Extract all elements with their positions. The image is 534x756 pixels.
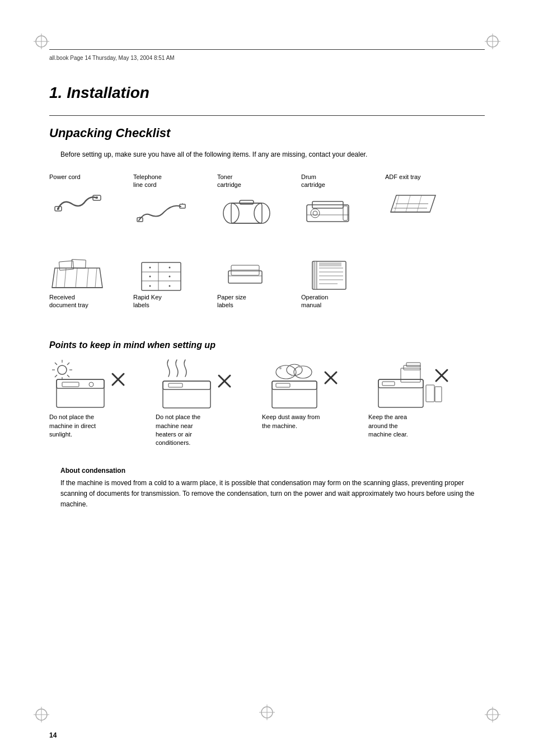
item-label-rapid-key-labels: Rapid Keylabels	[133, 293, 162, 309]
svg-point-43	[149, 275, 151, 277]
item-label-power-cord: Power cord	[49, 173, 81, 181]
item-label-adf-exit-tray: ADF exit tray	[385, 173, 421, 181]
svg-rect-37	[142, 262, 181, 290]
item-image-power-cord	[49, 184, 105, 220]
about-condensation-section: About condensation If the machine is mov…	[49, 467, 485, 510]
point-label-keep-area-clear: Keep the areaaround themachine clear.	[368, 413, 408, 439]
point-label-no-sunlight: Do not place themachine in directsunligh…	[49, 413, 96, 439]
svg-rect-74	[163, 381, 210, 408]
svg-point-86	[299, 365, 301, 368]
svg-point-62	[89, 382, 93, 387]
svg-point-82	[276, 365, 296, 379]
svg-rect-52	[314, 261, 317, 289]
point-image-no-sunlight	[49, 359, 139, 410]
section-rule	[49, 115, 485, 116]
svg-point-41	[149, 266, 151, 268]
svg-point-42	[169, 266, 171, 268]
point-no-dust: Keep dust away fromthe machine.	[262, 359, 363, 448]
corner-mark-bl	[34, 707, 49, 722]
svg-rect-49	[231, 265, 259, 275]
item-image-telephone-line-cord	[133, 192, 189, 229]
svg-point-84	[294, 366, 312, 378]
svg-rect-25	[240, 200, 254, 204]
item-label-toner-cartridge: Tonercartridge	[217, 173, 241, 189]
item-paper-size-labels: Paper sizelabels	[217, 257, 296, 313]
items-grid-row2: Receiveddocument tray	[49, 257, 485, 324]
item-adf-exit-tray: ADF exit tray	[385, 173, 463, 229]
about-condensation-title: About condensation	[60, 467, 485, 475]
item-image-drum-cartridge	[301, 192, 357, 229]
item-label-operation-manual: Operationmanual	[301, 293, 328, 309]
item-toner-cartridge: Tonercartridge	[217, 173, 296, 229]
svg-line-68	[55, 363, 57, 365]
svg-rect-31	[343, 206, 348, 220]
svg-rect-81	[276, 383, 290, 387]
svg-point-46	[169, 285, 171, 287]
header-bar: all.book Page 14 Thursday, May 13, 2004 …	[49, 49, 485, 62]
point-label-no-heaters: Do not place themachine nearheaters or a…	[156, 413, 200, 448]
svg-rect-90	[378, 379, 423, 407]
corner-mark-tr	[485, 34, 500, 49]
item-image-rapid-key-labels	[133, 257, 189, 293]
unpacking-intro: Before setting up, make sure you have al…	[60, 149, 485, 159]
item-image-paper-size-labels	[217, 257, 273, 293]
svg-rect-92	[382, 382, 395, 386]
point-image-no-heaters	[156, 359, 245, 410]
points-title: Points to keep in mind when setting up	[49, 340, 485, 350]
page-number: 14	[49, 731, 57, 739]
svg-point-28	[311, 209, 320, 218]
item-label-received-document-tray: Receiveddocument tray	[49, 293, 88, 309]
svg-rect-75	[163, 381, 210, 389]
item-image-operation-manual	[301, 257, 357, 293]
svg-line-69	[67, 375, 69, 377]
item-label-telephone-line-cord: Telephoneline cord	[133, 173, 162, 189]
corner-mark-br	[485, 707, 500, 722]
unpacking-title: Unpacking Checklist	[49, 126, 485, 140]
svg-rect-59	[57, 379, 104, 407]
item-received-document-tray: Receiveddocument tray	[49, 257, 128, 313]
svg-point-85	[279, 367, 282, 369]
main-content: 1. Installation Unpacking Checklist Befo…	[49, 67, 485, 711]
svg-point-45	[149, 285, 151, 287]
svg-rect-80	[272, 381, 317, 389]
corner-mark-tl	[34, 34, 49, 49]
svg-rect-58	[319, 262, 341, 266]
item-label-drum-cartridge: Drumcartridge	[301, 173, 325, 189]
svg-rect-47	[228, 271, 262, 283]
about-condensation-text: If the machine is moved from a cold to a…	[60, 478, 485, 510]
item-label-paper-size-labels: Paper sizelabels	[217, 293, 246, 309]
svg-rect-76	[168, 383, 182, 387]
item-operation-manual: Operationmanual	[301, 257, 380, 313]
item-rapid-key-labels: Rapid Keylabels	[133, 257, 212, 313]
bottom-center-mark	[259, 705, 275, 722]
item-image-received-document-tray	[49, 257, 105, 293]
header-text: all.book Page 14 Thursday, May 13, 2004 …	[49, 55, 175, 61]
point-image-keep-area-clear	[368, 359, 458, 410]
svg-rect-93	[401, 368, 420, 382]
svg-line-70	[67, 363, 69, 365]
points-grid: Do not place themachine in directsunligh…	[49, 359, 485, 453]
item-image-adf-exit-tray	[385, 184, 441, 220]
point-no-sunlight: Do not place themachine in directsunligh…	[49, 359, 150, 448]
chapter-title: 1. Installation	[49, 84, 485, 102]
item-image-toner-cartridge	[217, 192, 273, 229]
svg-point-14	[57, 208, 59, 210]
svg-rect-21	[231, 203, 262, 223]
svg-rect-79	[272, 381, 317, 408]
svg-rect-61	[62, 382, 79, 387]
svg-rect-94	[404, 365, 420, 370]
item-telephone-line-cord: Telephoneline cord	[133, 173, 212, 229]
point-image-no-dust	[262, 359, 352, 410]
page: all.book Page 14 Thursday, May 13, 2004 …	[0, 0, 534, 756]
items-grid: Power cord Telephoneline cord	[49, 173, 485, 240]
svg-point-63	[58, 365, 67, 374]
item-drum-cartridge: Drumcartridge	[301, 173, 380, 229]
svg-rect-97	[435, 387, 442, 402]
svg-point-87	[291, 375, 292, 377]
item-power-cord: Power cord	[49, 173, 128, 229]
svg-rect-95	[406, 363, 420, 367]
point-keep-area-clear: Keep the areaaround themachine clear.	[368, 359, 469, 448]
point-label-no-dust: Keep dust away fromthe machine.	[262, 413, 320, 430]
point-no-heaters: Do not place themachine nearheaters or a…	[156, 359, 256, 448]
svg-rect-60	[57, 379, 104, 388]
